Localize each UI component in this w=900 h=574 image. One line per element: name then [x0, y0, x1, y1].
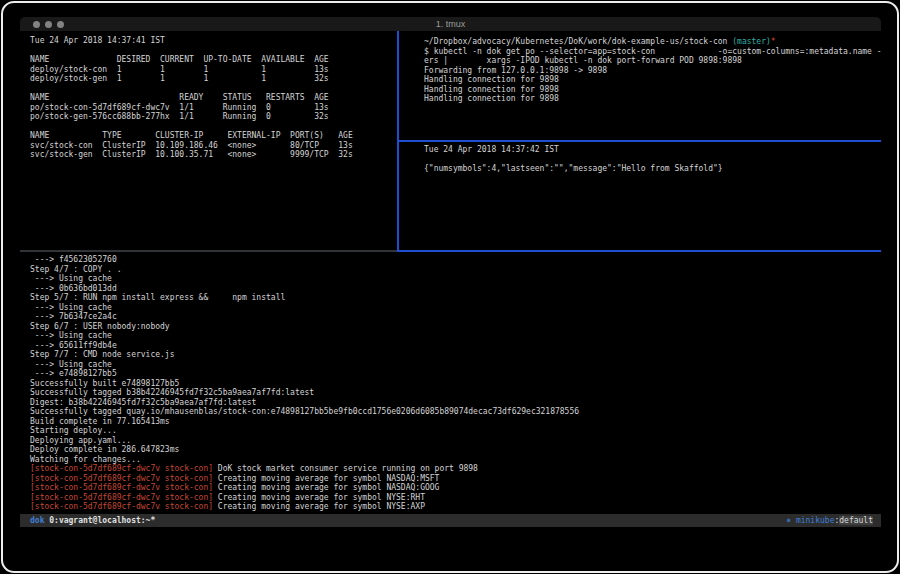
pod-log-message: Creating moving average for symbol NASDA… [213, 474, 439, 483]
pane-skaffold-build[interactable]: ---> f45623052760 Step 4/7 : COPY . . --… [20, 252, 881, 514]
terminal-body: Tue 24 Apr 2018 14:37:41 IST NAME DESIRE… [20, 31, 881, 514]
pod-log-line: [stock-con-5d7df689cf-dwc7v stock-con] C… [30, 493, 579, 503]
tmux-status-right: ⎈ minikube:default [786, 514, 873, 527]
pod-log-prefix: [stock-con-5d7df689cf-dwc7v stock-con] [30, 493, 213, 502]
helm-wheel-icon: ⎈ [786, 516, 796, 525]
pod-log-prefix: [stock-con-5d7df689cf-dwc7v stock-con] [30, 464, 213, 473]
tmux-status-left: dok 0:vagrant@localhost:~* [30, 514, 155, 527]
pod-log-line: [stock-con-5d7df689cf-dwc7v stock-con] C… [30, 502, 579, 512]
port-forward-output: $ kubectl -n dok get po --selector=app=s… [424, 47, 881, 104]
terminal-window: 1. tmux Tue 24 Apr 2018 14:37:41 IST NAM… [20, 17, 881, 527]
pod-log-prefix: [stock-con-5d7df689cf-dwc7v stock-con] [30, 502, 213, 511]
window-title: 1. tmux [20, 19, 881, 29]
tmux-status-bar[interactable]: dok 0:vagrant@localhost:~* ⎈ minikube:de… [20, 514, 881, 527]
pod-log-line: [stock-con-5d7df689cf-dwc7v stock-con] C… [30, 483, 579, 493]
pane-divider-bottom-left[interactable] [20, 250, 397, 252]
docker-build-output: ---> f45623052760 Step 4/7 : COPY . . --… [30, 255, 579, 464]
kube-namespace-label: default [839, 516, 873, 525]
pod-log-line: [stock-con-5d7df689cf-dwc7v stock-con] D… [30, 464, 579, 474]
pod-log-message: Creating moving average for symbol NASDA… [213, 483, 439, 492]
pod-log-line: [stock-con-5d7df689cf-dwc7v stock-con] C… [30, 474, 579, 484]
pane-kubectl-watch[interactable]: Tue 24 Apr 2018 14:37:41 IST NAME DESIRE… [20, 31, 397, 250]
pane-divider-bottom-right[interactable] [397, 250, 881, 252]
curl-response-output: Tue 24 Apr 2018 14:37:42 IST {"numsymbol… [424, 145, 723, 174]
tmux-window-entry[interactable]: 0:vagrant@localhost:~* [44, 516, 155, 525]
pane-divider-right-horizontal[interactable] [397, 140, 881, 142]
tmux-session-name: dok [30, 516, 44, 525]
pod-log-prefix: [stock-con-5d7df689cf-dwc7v stock-con] [30, 474, 213, 483]
pod-log-prefix: [stock-con-5d7df689cf-dwc7v stock-con] [30, 483, 213, 492]
prompt-path: ~/Dropbox/advocacy/Kubernetes/DoK/work/d… [424, 37, 732, 46]
shell-prompt-line: ~/Dropbox/advocacy/Kubernetes/DoK/work/d… [424, 37, 881, 47]
git-branch-label: (master) [732, 37, 771, 46]
kubectl-watch-output: Tue 24 Apr 2018 14:37:41 IST NAME DESIRE… [30, 36, 353, 160]
pod-log-message: DoK stock market consumer service runnin… [213, 464, 478, 473]
pane-curl-response[interactable]: Tue 24 Apr 2018 14:37:42 IST {"numsymbol… [399, 142, 881, 250]
pod-log-message: Creating moving average for symbol NYSE:… [213, 493, 425, 502]
window-titlebar: 1. tmux [20, 17, 881, 31]
git-dirty-marker: * [771, 37, 776, 46]
kube-context-label: minikube [796, 516, 835, 525]
pod-log-message: Creating moving average for symbol NYSE:… [213, 502, 425, 511]
pane-port-forward[interactable]: ~/Dropbox/advocacy/Kubernetes/DoK/work/d… [399, 31, 881, 140]
